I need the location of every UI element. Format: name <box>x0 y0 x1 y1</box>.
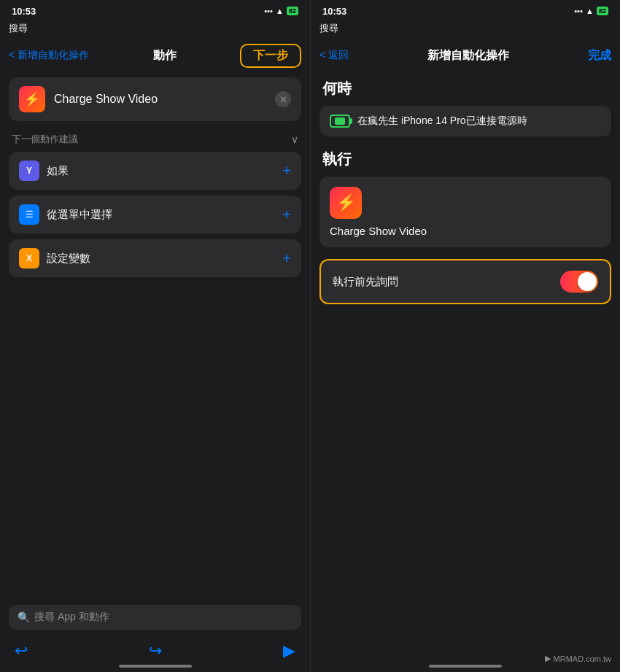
right-status-bar: 10:53 ▪▪▪ ▲ 82 <box>311 0 620 20</box>
action-item-select[interactable]: ☰ 從選單中選擇 + <box>9 196 301 233</box>
left-status-icons: ▪▪▪ ▲ 82 <box>264 7 298 15</box>
watermark-logo: ▶ <box>545 654 551 663</box>
left-bottom-toolbar: ↩ ↪ ▶ <box>0 637 310 665</box>
right-battery-badge: 82 <box>597 7 608 15</box>
section-text: 下一個動作建議 <box>12 133 78 146</box>
left-search-top: 搜尋 <box>0 20 310 39</box>
battery-badge: 82 <box>287 7 298 15</box>
when-condition-text: 在瘋先生 iPhone 14 Pro已連接電源時 <box>357 115 601 128</box>
left-nav-bar: < 新增自動化操作 動作 下一步 <box>0 39 310 72</box>
app-icon: ⚡ <box>19 86 45 112</box>
right-signal-icon: ▪▪▪ <box>574 7 583 15</box>
action-if-add[interactable]: + <box>282 163 291 179</box>
execute-app-icon: ⚡ <box>330 187 362 219</box>
app-icon-symbol: ⚡ <box>24 91 40 107</box>
search-placeholder-text: 搜尋 App 和動作 <box>34 611 109 624</box>
action-if-label: 如果 <box>47 164 275 178</box>
execute-app-name: Charge Show Video <box>330 225 427 237</box>
right-search-top: 搜尋 <box>311 20 620 39</box>
watermark: ▶ MRMAD.com.tw <box>545 654 611 663</box>
charge-inner-fill <box>335 117 345 125</box>
left-search-label: 搜尋 <box>9 22 28 35</box>
action-select-label: 從選單中選擇 <box>47 208 275 222</box>
action-var-add[interactable]: + <box>282 250 291 267</box>
left-nav-back[interactable]: < 新增自動化操作 <box>9 49 89 62</box>
undo-button[interactable]: ↩ <box>15 641 28 660</box>
var-icon: X <box>19 248 39 269</box>
right-status-icons: ▪▪▪ ▲ 82 <box>574 7 608 15</box>
right-status-time: 10:53 <box>322 6 346 17</box>
right-nav-title: 新增自動化操作 <box>427 48 509 63</box>
if-icon: Y <box>19 161 39 181</box>
when-section-title: 何時 <box>311 72 620 103</box>
search-glass-icon: 🔍 <box>18 611 30 623</box>
toggle-knob <box>578 272 597 291</box>
right-home-indicator <box>429 665 502 668</box>
redo-button[interactable]: ↪ <box>149 641 162 660</box>
left-panel: 10:53 ▪▪▪ ▲ 82 搜尋 < 新增自動化操作 動作 下一步 ⚡ Cha… <box>0 0 310 672</box>
execute-card[interactable]: ⚡ Charge Show Video <box>319 177 611 247</box>
right-panel: 10:53 ▪▪▪ ▲ 82 搜尋 < 返回 新增自動化操作 完成 何時 在瘋先… <box>310 0 620 672</box>
toggle-switch[interactable] <box>560 271 598 293</box>
left-status-bar: 10:53 ▪▪▪ ▲ 82 <box>0 0 310 20</box>
action-item-var[interactable]: X 設定變數 + <box>9 239 301 277</box>
when-row[interactable]: 在瘋先生 iPhone 14 Pro已連接電源時 <box>319 106 611 136</box>
right-wifi-icon: ▲ <box>586 7 594 15</box>
wifi-icon: ▲ <box>276 7 284 15</box>
bottom-search-bar[interactable]: 🔍 搜尋 App 和動作 <box>9 605 301 630</box>
right-nav-bar: < 返回 新增自動化操作 完成 <box>311 39 620 72</box>
next-step-button[interactable]: 下一步 <box>240 44 301 68</box>
left-home-indicator <box>119 665 192 668</box>
app-row[interactable]: ⚡ Charge Show Video ✕ <box>9 77 301 121</box>
chevron-down-icon[interactable]: ∨ <box>291 134 298 145</box>
charge-icon <box>330 115 350 128</box>
section-suggestion-label: 下一個動作建議 ∨ <box>0 127 310 149</box>
left-nav-title: 動作 <box>153 48 177 63</box>
right-search-label: 搜尋 <box>319 22 338 35</box>
action-item-if[interactable]: Y 如果 + <box>9 152 301 190</box>
toggle-label-text: 執行前先詢問 <box>333 275 398 289</box>
action-var-label: 設定變數 <box>47 252 275 266</box>
toggle-ask-before-run[interactable]: 執行前先詢問 <box>319 259 611 304</box>
watermark-text: MRMAD.com.tw <box>554 654 611 663</box>
signal-icon: ▪▪▪ <box>264 7 273 15</box>
action-select-add[interactable]: + <box>282 206 291 223</box>
select-icon: ☰ <box>19 204 39 225</box>
right-nav-back[interactable]: < 返回 <box>319 49 349 62</box>
bottom-search-area: 🔍 搜尋 App 和動作 <box>0 599 310 636</box>
execute-section-title: 執行 <box>311 142 620 174</box>
done-button[interactable]: 完成 <box>588 48 611 63</box>
play-button[interactable]: ▶ <box>283 641 295 660</box>
left-status-time: 10:53 <box>12 6 36 17</box>
app-close-button[interactable]: ✕ <box>275 91 291 107</box>
app-name-label: Charge Show Video <box>54 93 266 106</box>
